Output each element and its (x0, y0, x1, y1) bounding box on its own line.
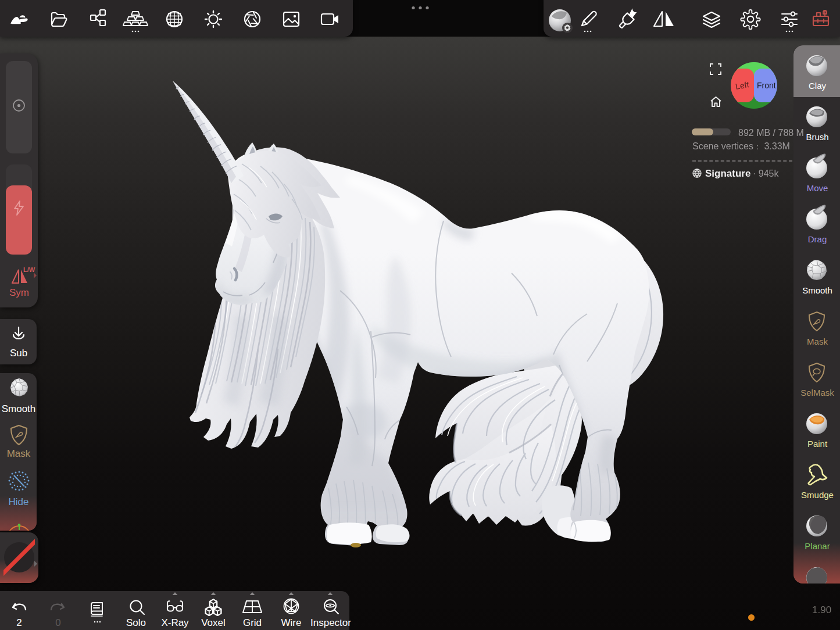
svg-text:Front: Front (757, 81, 776, 90)
